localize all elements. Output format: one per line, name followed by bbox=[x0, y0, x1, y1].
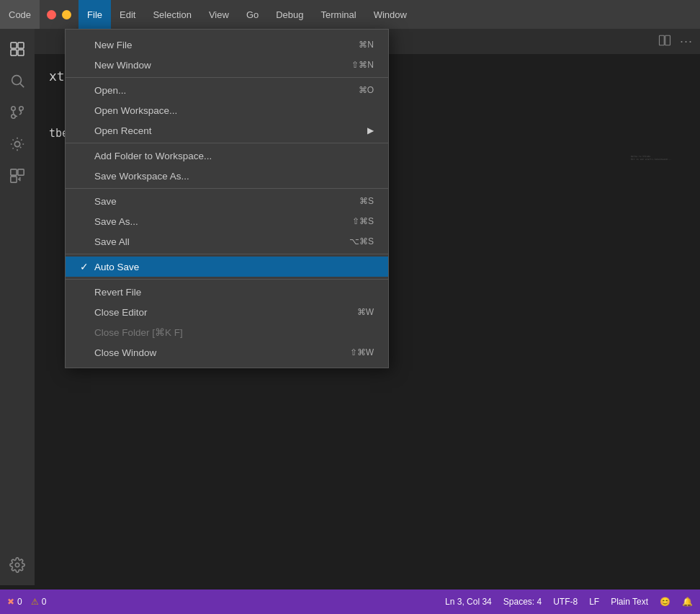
menu-item-new-window[interactable]: New Window ⇧⌘N bbox=[66, 55, 388, 75]
sidebar-icon-search[interactable] bbox=[3, 66, 32, 95]
menu-item-save-as[interactable]: Save As... ⇧⌘S bbox=[66, 211, 388, 231]
menu-section-autosave: ✓ Auto Save bbox=[66, 254, 388, 280]
menu-bar: Code File Edit Selection View Go Debug T… bbox=[0, 0, 416, 29]
file-dropdown-menu: New File ⌘N New Window ⇧⌘N Open... ⌘O Op… bbox=[65, 29, 389, 368]
label-auto-save: Auto Save bbox=[94, 262, 345, 272]
svg-rect-3 bbox=[18, 50, 24, 55]
status-smiley-icon[interactable]: 😊 bbox=[660, 597, 670, 607]
error-icon: ✖ bbox=[7, 597, 14, 607]
svg-point-7 bbox=[19, 107, 24, 111]
checkmark-auto-save: ✓ bbox=[80, 261, 91, 272]
sidebar bbox=[0, 29, 35, 585]
status-language[interactable]: Plain Text bbox=[611, 597, 648, 607]
menu-item-open[interactable]: Open... ⌘O bbox=[66, 80, 388, 100]
menu-item-open-recent[interactable]: Open Recent ▶ bbox=[66, 120, 388, 141]
label-open-recent: Open Recent bbox=[94, 125, 338, 136]
shortcut-save-all: ⌥⌘S bbox=[349, 236, 374, 246]
menu-item-close-window[interactable]: Close Window ⇧⌘W bbox=[66, 342, 388, 362]
label-revert-file: Revert File bbox=[94, 287, 345, 298]
label-save-workspace-as: Save Workspace As... bbox=[94, 171, 345, 182]
svg-point-13 bbox=[15, 563, 19, 567]
status-encoding[interactable]: UTF-8 bbox=[553, 597, 578, 607]
menu-item-save[interactable]: Save ⌘S bbox=[66, 191, 388, 211]
svg-rect-14 bbox=[659, 35, 664, 45]
status-line-ending[interactable]: LF bbox=[589, 597, 599, 607]
sidebar-icon-explorer[interactable] bbox=[3, 35, 32, 63]
sidebar-icon-settings[interactable] bbox=[3, 551, 32, 579]
svg-rect-2 bbox=[11, 50, 17, 55]
status-right: Ln 3, Col 34 Spaces: 4 UTF-8 LF Plain Te… bbox=[445, 597, 693, 607]
label-open-workspace: Open Workspace... bbox=[94, 105, 345, 116]
menu-section-new: New File ⌘N New Window ⇧⌘N bbox=[66, 32, 388, 78]
svg-rect-12 bbox=[11, 177, 17, 182]
error-count: 0 bbox=[17, 597, 22, 607]
status-errors[interactable]: ✖ 0 bbox=[7, 597, 22, 607]
menu-item-new-file[interactable]: New File ⌘N bbox=[66, 35, 388, 55]
menu-section-workspace: Add Folder to Workspace... Save Workspac… bbox=[66, 143, 388, 189]
shortcut-close-window: ⇧⌘W bbox=[350, 347, 374, 357]
label-save-as: Save As... bbox=[94, 216, 323, 227]
label-close-editor: Close Editor bbox=[94, 307, 328, 318]
label-open: Open... bbox=[94, 85, 330, 96]
menu-item-revert-file[interactable]: Revert File bbox=[66, 282, 388, 302]
status-position[interactable]: Ln 3, Col 34 bbox=[445, 597, 492, 607]
warning-icon: ⚠ bbox=[31, 597, 39, 607]
menu-section-save: Save ⌘S Save As... ⇧⌘S Save All ⌥⌘S bbox=[66, 189, 388, 254]
menu-code[interactable]: Code bbox=[0, 0, 40, 29]
menu-item-open-workspace[interactable]: Open Workspace... bbox=[66, 100, 388, 120]
status-bell-icon[interactable]: 🔔 bbox=[682, 597, 693, 607]
menu-item-save-workspace-as[interactable]: Save Workspace As... bbox=[66, 166, 388, 186]
traffic-light-red[interactable] bbox=[47, 10, 56, 19]
svg-rect-10 bbox=[11, 169, 17, 175]
sidebar-icon-source-control[interactable] bbox=[3, 98, 32, 127]
svg-point-6 bbox=[12, 107, 16, 111]
label-save: Save bbox=[94, 196, 331, 207]
sidebar-icon-extensions[interactable] bbox=[3, 161, 32, 190]
menu-item-save-all[interactable]: Save All ⌥⌘S bbox=[66, 231, 388, 252]
menu-section-open: Open... ⌘O Open Workspace... Open Recent… bbox=[66, 78, 388, 143]
minimap-text: Welke te VSCode Dit is een alarts-tekent… bbox=[628, 152, 686, 164]
menu-item-add-folder[interactable]: Add Folder to Workspace... bbox=[66, 146, 388, 166]
sidebar-icon-debug[interactable] bbox=[3, 130, 32, 159]
svg-point-9 bbox=[14, 141, 19, 146]
menu-file[interactable]: File bbox=[78, 0, 111, 29]
warning-count: 0 bbox=[42, 597, 47, 607]
sidebar-bottom bbox=[3, 551, 32, 579]
tab-bar-icons: ··· bbox=[658, 34, 693, 50]
label-save-all: Save All bbox=[94, 236, 320, 247]
svg-rect-11 bbox=[18, 169, 24, 175]
split-editor-icon[interactable] bbox=[658, 34, 671, 50]
title-bar: Code File Edit Selection View Go Debug T… bbox=[0, 0, 700, 29]
svg-point-4 bbox=[12, 76, 22, 85]
menu-debug[interactable]: Debug bbox=[267, 0, 312, 29]
svg-rect-1 bbox=[18, 43, 24, 48]
status-warnings[interactable]: ⚠ 0 bbox=[31, 597, 47, 607]
shortcut-close-editor: ⌘W bbox=[357, 307, 374, 317]
svg-rect-15 bbox=[665, 35, 670, 45]
label-new-file: New File bbox=[94, 40, 330, 50]
label-close-window: Close Window bbox=[94, 347, 321, 358]
shortcut-save-as: ⇧⌘S bbox=[352, 216, 374, 226]
label-new-window: New Window bbox=[94, 60, 323, 71]
menu-selection[interactable]: Selection bbox=[144, 0, 199, 29]
label-add-folder: Add Folder to Workspace... bbox=[94, 151, 345, 161]
arrow-open-recent: ▶ bbox=[367, 125, 374, 135]
traffic-light-yellow[interactable] bbox=[62, 10, 71, 19]
status-spaces[interactable]: Spaces: 4 bbox=[503, 597, 542, 607]
shortcut-save: ⌘S bbox=[359, 196, 374, 206]
menu-window[interactable]: Window bbox=[365, 0, 416, 29]
label-close-folder: Close Folder [⌘K F] bbox=[94, 326, 345, 338]
status-left: ✖ 0 ⚠ 0 bbox=[7, 597, 46, 607]
svg-rect-0 bbox=[11, 43, 17, 48]
status-bar: ✖ 0 ⚠ 0 Ln 3, Col 34 Spaces: 4 UTF-8 LF … bbox=[0, 589, 700, 614]
svg-line-5 bbox=[20, 84, 24, 87]
menu-edit[interactable]: Edit bbox=[111, 0, 144, 29]
shortcut-open: ⌘O bbox=[359, 85, 374, 95]
menu-terminal[interactable]: Terminal bbox=[313, 0, 365, 29]
menu-go[interactable]: Go bbox=[238, 0, 267, 29]
shortcut-new-window: ⇧⌘N bbox=[351, 60, 374, 70]
menu-view[interactable]: View bbox=[200, 0, 238, 29]
menu-item-close-editor[interactable]: Close Editor ⌘W bbox=[66, 302, 388, 322]
more-actions-icon[interactable]: ··· bbox=[680, 34, 693, 50]
menu-item-auto-save[interactable]: ✓ Auto Save bbox=[66, 257, 388, 277]
